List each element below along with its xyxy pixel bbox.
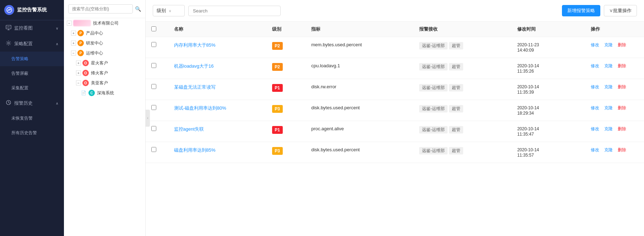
level-badge-5: P3 — [272, 147, 283, 155]
th-name: 名称 — [168, 22, 266, 37]
row-name-link-2[interactable]: 某磁盘无法正常读写 — [174, 84, 216, 90]
row-checkbox-0[interactable] — [151, 42, 156, 47]
sidebar-item-strategy[interactable]: 策略配置 ∧ — [0, 36, 64, 52]
row-name-link-4[interactable]: 监控agent失联 — [174, 126, 204, 132]
search-input[interactable] — [193, 8, 276, 14]
row-time-1: 2020-10-1411:35:26 — [517, 63, 539, 74]
sidebar-item-collect-config[interactable]: 采集配置 — [0, 81, 64, 95]
strategy-table: 名称 级别 指标 报警接收 修改时间 操作 内存利用率大于85% P2 mem.… — [146, 22, 644, 163]
row-metric-1: cpu.loadavg.1 — [311, 63, 340, 68]
collect-config-label: 采集配置 — [11, 85, 28, 91]
op-delete-5[interactable]: 删除 — [618, 147, 626, 152]
level-badge-4: P1 — [272, 126, 283, 134]
select-all-checkbox[interactable] — [151, 26, 156, 31]
receiver-tag-2-0: 远鉴-运维部 — [419, 84, 448, 91]
badge-star: O — [82, 60, 89, 66]
row-level-cell: P3 — [266, 100, 305, 121]
level-filter[interactable]: 级别 ∨ — [153, 5, 185, 16]
table-row: 测试-磁盘利用率达到80% P3 disk.bytes.used.percent… — [146, 100, 644, 121]
filter-label: 级别 — [157, 7, 166, 14]
history-icon — [6, 100, 11, 107]
tree-node-root[interactable]: − 技术有限公司 — [64, 18, 145, 28]
row-checkbox-2[interactable] — [151, 84, 156, 89]
tree-panel: 🔍 − 技术有限公司+P产品中心+P研发中心−P运维中心+O星火客户+O烽火客户… — [64, 0, 146, 236]
th-time: 修改时间 — [512, 22, 585, 37]
row-name-link-0[interactable]: 内存利用率大于85% — [174, 42, 216, 48]
tree-node-research[interactable]: +P研发中心 — [64, 38, 145, 48]
row-time-cell: 2020-10-1411:35:26 — [512, 58, 585, 79]
tree-collapse-handle[interactable]: ‹ — [146, 110, 150, 127]
op-clone-2[interactable]: 克隆 — [604, 84, 613, 89]
tree-search-icon[interactable]: 🔍 — [135, 6, 141, 12]
op-clone-5[interactable]: 克隆 — [604, 147, 613, 152]
op-delete-1[interactable]: 删除 — [618, 63, 626, 68]
op-edit-4[interactable]: 修改 — [591, 126, 599, 131]
row-level-cell: P2 — [266, 37, 305, 58]
tree-search-input[interactable] — [68, 4, 133, 14]
row-name-link-1[interactable]: 机器loadavg大于16 — [174, 63, 214, 69]
tree-node-deep[interactable]: 📄C深海系统 — [64, 88, 145, 98]
row-checkbox-5[interactable] — [151, 147, 156, 152]
op-edit-2[interactable]: 修改 — [591, 84, 599, 89]
table-container: 名称 级别 指标 报警接收 修改时间 操作 内存利用率大于85% P2 mem.… — [146, 22, 644, 236]
row-ops-cell: 修改 克隆 删除 — [585, 37, 644, 58]
row-time-2: 2020-10-1411:35:39 — [517, 84, 539, 95]
op-delete-2[interactable]: 删除 — [618, 84, 626, 89]
row-metric-3: disk.bytes.used.percent — [311, 105, 360, 110]
op-delete-3[interactable]: 删除 — [618, 105, 626, 110]
sidebar-item-all-history[interactable]: 所有历史告警 — [0, 126, 64, 140]
monitor-label: 监控看图 — [14, 25, 33, 31]
sidebar-item-monitor[interactable]: 监控看图 ∨ — [0, 20, 64, 36]
op-delete-0[interactable]: 删除 — [618, 42, 626, 47]
row-metric-2: disk.rw.error — [311, 84, 336, 89]
row-checkbox-4[interactable] — [151, 126, 156, 131]
batch-ops-button[interactable]: ∨批量操作 — [604, 5, 637, 16]
tree-node-meiya[interactable]: −O美亚客户 — [64, 78, 145, 88]
badge-research: P — [77, 40, 84, 46]
row-name-cell: 某磁盘无法正常读写 — [168, 79, 266, 100]
sidebar-item-alert-shield[interactable]: 告警屏蔽 — [0, 66, 64, 81]
expand-btn-star[interactable]: + — [76, 61, 81, 65]
op-delete-4[interactable]: 删除 — [618, 126, 626, 131]
op-edit-3[interactable]: 修改 — [591, 105, 599, 110]
expand-btn-research[interactable]: + — [71, 41, 76, 46]
level-badge-1: P2 — [272, 63, 283, 71]
row-metric-cell: proc.agent.alive — [305, 121, 413, 142]
sidebar-item-unresolved[interactable]: 未恢复告警 — [0, 111, 64, 126]
row-name-link-5[interactable]: 磁盘利用率达到85% — [174, 147, 216, 153]
row-time-cell: 2020-10-1411:35:47 — [512, 121, 585, 142]
app-logo: 监控告警系统 — [0, 0, 64, 20]
badge-deep: C — [88, 90, 95, 96]
op-edit-1[interactable]: 修改 — [591, 63, 599, 68]
add-strategy-button[interactable]: 新增报警策略 — [562, 5, 600, 16]
expand-btn-ops[interactable]: − — [71, 51, 76, 56]
sidebar-item-alert-history[interactable]: 报警历史 ∧ — [0, 95, 64, 111]
tree-node-star[interactable]: +O星火客户 — [64, 58, 145, 68]
op-clone-4[interactable]: 克隆 — [604, 126, 613, 131]
row-time-cell: 2020-10-1411:35:39 — [512, 79, 585, 100]
row-checkbox-1[interactable] — [151, 63, 156, 68]
expand-btn-product[interactable]: + — [71, 31, 76, 36]
th-metric: 指标 — [305, 22, 413, 37]
sidebar-item-alert-strategy[interactable]: 告警策略 — [0, 52, 64, 66]
op-clone-3[interactable]: 克隆 — [604, 105, 613, 110]
row-name-link-3[interactable]: 测试-磁盘利用率达到80% — [174, 105, 226, 111]
node-label-research: 研发中心 — [86, 40, 142, 46]
node-label-deep: 深海系统 — [97, 90, 142, 96]
expand-btn-meiya[interactable]: − — [76, 80, 81, 85]
op-edit-0[interactable]: 修改 — [591, 42, 599, 47]
tree-node-ops[interactable]: −P运维中心 — [64, 48, 145, 58]
row-name-cell: 机器loadavg大于16 — [168, 58, 266, 79]
table-body: 内存利用率大于85% P2 mem.bytes.used.percent 远鉴-… — [146, 37, 644, 163]
expand-btn-flame[interactable]: + — [76, 70, 81, 75]
receiver-tag-0-0: 远鉴-运维部 — [419, 42, 448, 49]
op-clone-0[interactable]: 克隆 — [604, 42, 613, 47]
expand-btn-root[interactable]: − — [67, 21, 72, 26]
op-edit-5[interactable]: 修改 — [591, 147, 599, 152]
strategy-arrow: ∧ — [56, 42, 58, 46]
row-checkbox-3[interactable] — [151, 105, 156, 110]
tree-node-product[interactable]: +P产品中心 — [64, 28, 145, 38]
level-badge-0: P2 — [272, 42, 283, 50]
tree-node-flame[interactable]: +O烽火客户 — [64, 68, 145, 78]
op-clone-1[interactable]: 克隆 — [604, 63, 613, 68]
